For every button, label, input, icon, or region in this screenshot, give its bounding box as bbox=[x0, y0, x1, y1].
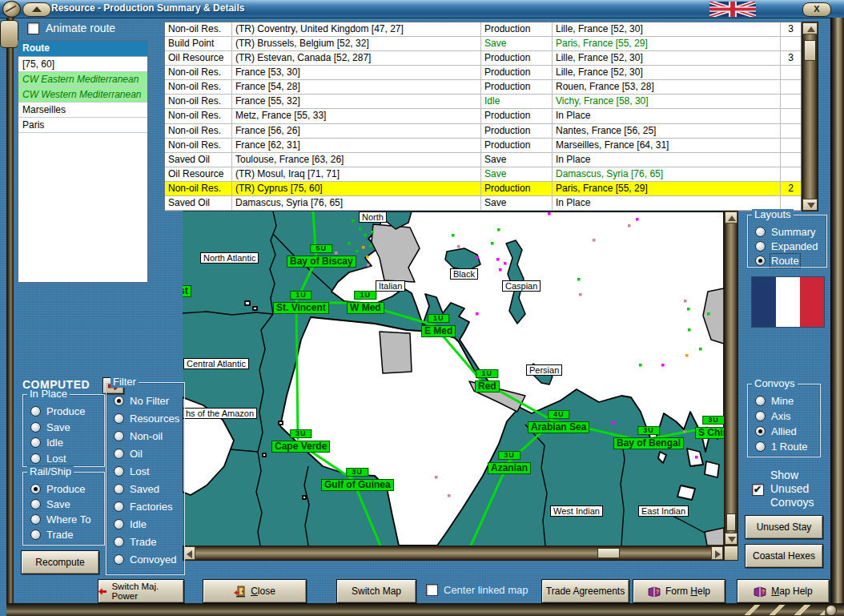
radio-save[interactable]: Save bbox=[23, 420, 104, 436]
map-vscroll-thumb[interactable] bbox=[726, 513, 736, 531]
close-window-button[interactable]: X bbox=[802, 2, 831, 17]
recompute-button[interactable]: Recompute bbox=[21, 550, 99, 574]
map[interactable]: NorthNorth AtlanticItalianBlackCaspianPe… bbox=[183, 211, 724, 546]
table-row[interactable]: Non-oil Res.(TR) Cyprus [75, 60]Producti… bbox=[165, 182, 801, 196]
radio-where-to[interactable]: Where To bbox=[23, 512, 104, 527]
radio-save[interactable]: Save bbox=[23, 497, 104, 512]
radio-oil[interactable]: Oil bbox=[107, 445, 184, 462]
resource-table[interactable]: Non-oil Res.(TR) Coventry, United Kingdo… bbox=[164, 22, 802, 211]
show-unused-convoys[interactable]: Show Unused Convoys bbox=[747, 469, 824, 509]
route-list-item[interactable]: [75, 60] bbox=[18, 57, 147, 72]
animate-route-checkbox[interactable] bbox=[27, 22, 39, 34]
map-scroll-down-button[interactable] bbox=[725, 533, 737, 545]
switch-major-power-button[interactable]: Switch Maj. Power bbox=[98, 579, 184, 603]
convoy-point[interactable]: 3US Chin bbox=[695, 425, 724, 439]
radio-saved[interactable]: Saved bbox=[107, 480, 184, 497]
route-list[interactable]: Route [75, 60]CW Eastern MediterraneanCW… bbox=[18, 40, 148, 283]
radio-mine[interactable]: Mine bbox=[748, 393, 820, 409]
radio-idle[interactable]: Idle bbox=[23, 435, 104, 451]
table-vscrollbar[interactable] bbox=[802, 22, 818, 211]
map-scroll-up-button[interactable] bbox=[725, 211, 737, 223]
window-collapse-button[interactable] bbox=[22, 2, 51, 17]
map-help-button[interactable]: ? Map Help bbox=[737, 579, 830, 603]
radio-label: 1 Route bbox=[771, 441, 808, 453]
table-row[interactable]: Non-oil Res.Metz, France [55, 33]Product… bbox=[165, 109, 801, 123]
radio-expanded[interactable]: Expanded bbox=[748, 239, 826, 253]
svg-text:?: ? bbox=[656, 589, 659, 594]
map-vscroll-track[interactable] bbox=[725, 223, 737, 533]
table-row[interactable]: Non-oil Res.France [54, 28]ProductionRou… bbox=[165, 80, 801, 95]
table-row[interactable]: Non-oil Res.France [62, 31]ProductionMar… bbox=[165, 139, 801, 153]
coastal-hexes-button[interactable]: Coastal Hexes bbox=[745, 544, 823, 568]
convoy-point[interactable]: 3UCape Verde bbox=[271, 438, 330, 453]
table-row[interactable]: Non-oil Res.France [53, 30]ProductionLil… bbox=[165, 66, 801, 80]
map-hscrollbar[interactable] bbox=[183, 546, 724, 561]
convoy-point[interactable]: 1UW Med bbox=[347, 300, 384, 314]
convoy-point[interactable]: 1URed bbox=[475, 378, 500, 393]
center-linked-map-row[interactable]: Center linked map bbox=[426, 584, 529, 596]
radio-axis[interactable]: Axis bbox=[748, 409, 820, 424]
table-row[interactable]: Oil Resource(TR) Mosul, Iraq [71, 71]Sav… bbox=[165, 167, 801, 182]
map-scroll-left-button[interactable] bbox=[183, 546, 195, 560]
table-row[interactable]: Build Point(TR) Brussels, Belgium [52, 3… bbox=[165, 37, 801, 51]
radio-label: Axis bbox=[771, 410, 791, 422]
close-button[interactable]: Close bbox=[203, 579, 307, 603]
radio-lost[interactable]: Lost bbox=[23, 451, 104, 467]
radio-route[interactable]: Route bbox=[748, 253, 826, 268]
route-list-item[interactable]: CW Eastern Mediterranean bbox=[18, 72, 147, 87]
table-row[interactable]: Non-oil Res.France [55, 32]IdleVichy, Fr… bbox=[165, 95, 801, 109]
table-scroll-up-button[interactable] bbox=[802, 22, 818, 34]
radio-convoyed[interactable]: Convoyed bbox=[107, 550, 184, 568]
radio-produce[interactable]: Produce bbox=[23, 481, 104, 497]
convoy-point[interactable]: 4UArabian Sea bbox=[528, 419, 589, 433]
animate-route-row[interactable]: Animate route bbox=[27, 22, 115, 34]
convoy-point[interactable]: 1USt. Vincent bbox=[273, 300, 329, 314]
unused-stay-button[interactable]: Unused Stay bbox=[745, 515, 823, 539]
radio-allied[interactable]: Allied bbox=[748, 424, 820, 439]
map-hscroll-thumb[interactable] bbox=[597, 548, 620, 558]
title-bar[interactable]: Resource - Production Summary & Details … bbox=[0, 0, 844, 18]
france-flag bbox=[751, 276, 825, 328]
show-unused-checkbox[interactable] bbox=[752, 484, 764, 496]
route-list-item[interactable]: CW Western Mediterranean bbox=[18, 87, 147, 103]
radio-lost[interactable]: Lost bbox=[107, 462, 184, 480]
table-row[interactable]: Non-oil Res.(TR) Coventry, United Kingdo… bbox=[165, 22, 801, 37]
switch-major-power-label: Switch Maj. Power bbox=[111, 582, 183, 601]
map-scroll-right-button[interactable] bbox=[711, 546, 723, 560]
convoy-point[interactable]: 3UAzanian bbox=[488, 460, 531, 474]
down-arrow-icon bbox=[728, 537, 736, 542]
route-list-item[interactable]: Marseilles bbox=[18, 103, 147, 118]
form-help-button[interactable]: ? Form Help bbox=[633, 579, 725, 603]
cell-type: Non-oil Res. bbox=[165, 139, 232, 152]
table-vscroll-thumb[interactable] bbox=[804, 40, 816, 61]
table-row[interactable]: Oil Resource(TR) Estevan, Canada [52, 28… bbox=[165, 51, 801, 66]
radio-trade[interactable]: Trade bbox=[107, 533, 184, 550]
radio-no-filter[interactable]: No Filter bbox=[107, 392, 184, 409]
radio-circle bbox=[30, 514, 41, 525]
radio-circle bbox=[755, 227, 766, 237]
radio-produce[interactable]: Produce bbox=[23, 404, 104, 420]
radio-resources[interactable]: Resources bbox=[107, 409, 184, 427]
map-hscroll-track[interactable] bbox=[195, 546, 711, 560]
trade-agreements-button[interactable]: Trade Agreements bbox=[541, 579, 629, 603]
convoy-point[interactable]: 1UE Med bbox=[421, 323, 456, 337]
table-row[interactable]: Saved OilToulouse, France [63, 26]SaveIn… bbox=[165, 153, 801, 167]
convoy-point[interactable]: 5UBay of Biscay bbox=[287, 253, 356, 268]
radio-label: Lost bbox=[130, 465, 150, 477]
radio-trade[interactable]: Trade bbox=[23, 527, 104, 542]
radio-non-oil[interactable]: Non-oil bbox=[107, 427, 184, 445]
convoy-point[interactable]: 3UBay of Bengal bbox=[613, 435, 684, 449]
switch-map-button[interactable]: Switch Map bbox=[336, 579, 416, 603]
route-list-item[interactable]: Paris bbox=[18, 118, 147, 133]
radio-idle[interactable]: Idle bbox=[107, 515, 184, 533]
convoy-point[interactable]: 3UGulf of Guinea bbox=[321, 477, 394, 491]
center-linked-map-checkbox[interactable] bbox=[426, 584, 438, 596]
radio-1-route[interactable]: 1 Route bbox=[748, 439, 820, 454]
table-scroll-down-button[interactable] bbox=[802, 199, 818, 211]
map-vscrollbar[interactable] bbox=[724, 211, 738, 546]
table-row[interactable]: Non-oil Res.France [56, 26]ProductionNan… bbox=[165, 124, 801, 139]
radio-factories[interactable]: Factories bbox=[107, 497, 184, 515]
table-row[interactable]: Saved OilDamascus, Syria [76, 65]SaveIn … bbox=[165, 196, 801, 211]
radio-summary[interactable]: Summary bbox=[748, 224, 826, 239]
convoy-point[interactable]: st bbox=[183, 283, 191, 297]
